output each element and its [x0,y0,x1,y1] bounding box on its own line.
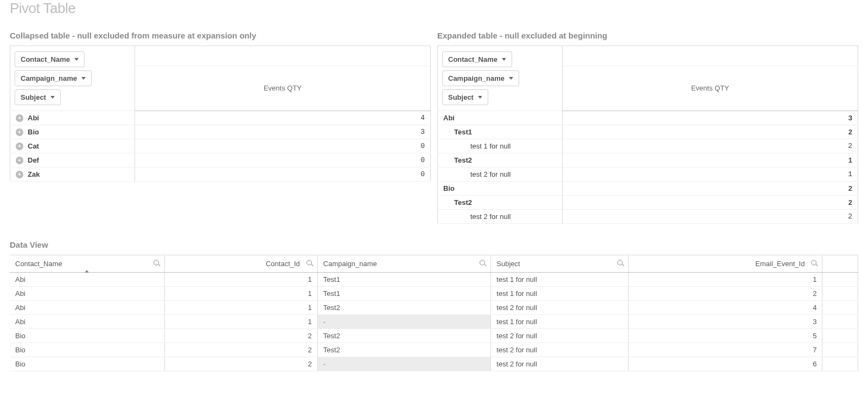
row-label: +Zak [10,167,135,182]
column-header-label: Contact_Id [266,260,312,268]
collapsed-blank-header [135,46,431,66]
table-row[interactable]: +Abi4 [10,111,431,125]
expand-icon[interactable]: + [16,114,23,122]
expanded-blank-header [563,46,858,66]
cell: Abi [10,287,164,301]
cell: 2 [629,287,822,301]
cell: 2 [164,329,317,343]
cell: 1 [164,301,317,315]
column-header-blank [822,255,858,273]
cell: Test2 [317,301,491,315]
expand-icon[interactable]: + [16,128,23,136]
row-value: 1 [563,153,858,167]
row-value: 0 [135,153,431,167]
search-icon[interactable] [617,260,624,268]
table-row[interactable]: Abi1Test2test 2 for null4 [10,301,858,315]
expand-icon[interactable]: + [16,171,23,178]
dim-chip-label: Campaign_name [21,74,77,82]
collapsed-table-panel: Collapsed table - null excluded from mea… [10,31,431,224]
row-label: test 2 for null [438,210,563,224]
table-row[interactable]: Test22 [438,196,858,210]
row-value: 0 [135,139,431,153]
collapsed-dim-chip-contact_name[interactable]: Contact_Name [15,51,85,67]
expanded-dim-chip-subject[interactable]: Subject [442,89,488,105]
cell: test 1 for null [491,287,629,301]
table-row[interactable]: Bio2 [438,182,858,196]
chevron-down-icon [50,96,55,99]
table-row[interactable]: Bio2Test2test 2 for null5 [10,329,858,343]
page-title: Pivot Table [10,0,858,17]
cell: 2 [164,357,317,371]
expand-icon[interactable]: + [16,143,23,150]
table-row[interactable]: Abi1Test1test 1 for null1 [10,273,858,287]
cell-blank [822,343,858,357]
expanded-dim-chip-campaign_name[interactable]: Campaign_name [442,70,519,86]
table-row[interactable]: +Bio3 [10,125,431,139]
column-header-subject[interactable]: Subject [491,255,629,273]
row-label: Abi [438,111,563,125]
table-row[interactable]: Abi3 [438,111,858,125]
row-label-text: Abi [28,114,39,122]
row-value: 4 [135,111,431,125]
row-value: 3 [135,125,431,139]
collapsed-dim-chip-campaign_name[interactable]: Campaign_name [15,70,92,86]
column-header-label: Subject [496,260,520,268]
row-label-text: Bio [28,128,39,136]
row-value: 2 [563,139,858,153]
row-label: Test2 [438,153,563,167]
collapsed-measure-header: Events QTY [135,66,431,111]
table-row[interactable]: +Zak0 [10,167,431,182]
cell: Abi [10,315,164,329]
table-row[interactable]: Test21 [438,153,858,167]
sort-ascending-icon [85,270,89,273]
chevron-down-icon [502,58,506,61]
data-view-title: Data View [10,240,858,249]
table-row[interactable]: +Def0 [10,153,431,167]
row-label: +Def [10,153,135,167]
collapsed-title: Collapsed table - null excluded from mea… [10,31,431,40]
table-row[interactable]: test 2 for null1 [438,167,858,182]
expand-icon[interactable]: + [16,157,23,164]
table-row[interactable]: Bio2-test 2 for null6 [10,357,858,371]
search-icon[interactable] [307,260,313,268]
table-row[interactable]: Abi1Test1test 1 for null2 [10,287,858,301]
table-row[interactable]: test 2 for null2 [438,210,858,224]
row-label: +Cat [10,139,135,153]
search-icon[interactable] [480,260,486,268]
cell: test 1 for null [491,315,629,329]
collapsed-dim-chip-subject[interactable]: Subject [15,89,61,105]
cell: Bio [10,329,164,343]
cell: test 2 for null [491,357,629,371]
cell: Test2 [317,343,491,357]
table-row[interactable]: +Cat0 [10,139,431,153]
column-header-contact_id[interactable]: Contact_Id [164,255,317,273]
column-header-email_event_id[interactable]: Email_Event_Id [629,255,822,273]
cell: Abi [10,273,164,287]
column-header-contact_name[interactable]: Contact_Name [10,255,164,273]
cell: 1 [164,287,317,301]
expanded-dim-chip-contact_name[interactable]: Contact_Name [442,51,512,67]
table-row[interactable]: test 1 for null2 [438,139,858,153]
search-icon[interactable] [154,260,160,268]
expanded-table-panel: Expanded table - null excluded at beginn… [437,31,858,224]
table-row[interactable]: Abi1-test 1 for null3 [10,315,858,329]
row-value: 3 [563,111,858,125]
cell: 7 [629,343,822,357]
table-row[interactable]: Bio2Test2test 2 for null7 [10,343,858,357]
cell: - [317,357,491,371]
dim-chip-label: Contact_Name [448,55,497,63]
chevron-down-icon [509,77,513,80]
dim-chip-label: Contact_Name [21,55,70,63]
search-icon[interactable] [811,260,818,268]
cell: Test1 [317,287,491,301]
cell: Test1 [317,273,491,287]
column-header-campaign_name[interactable]: Campaign_name [317,255,491,273]
cell: 6 [629,357,822,371]
cell-blank [822,287,858,301]
table-row[interactable]: Test12 [438,125,858,139]
cell: Bio [10,357,164,371]
cell: 1 [164,315,317,329]
column-header-label: Campaign_name [323,260,377,268]
expanded-measure-header: Events QTY [563,66,858,111]
cell-blank [822,315,858,329]
